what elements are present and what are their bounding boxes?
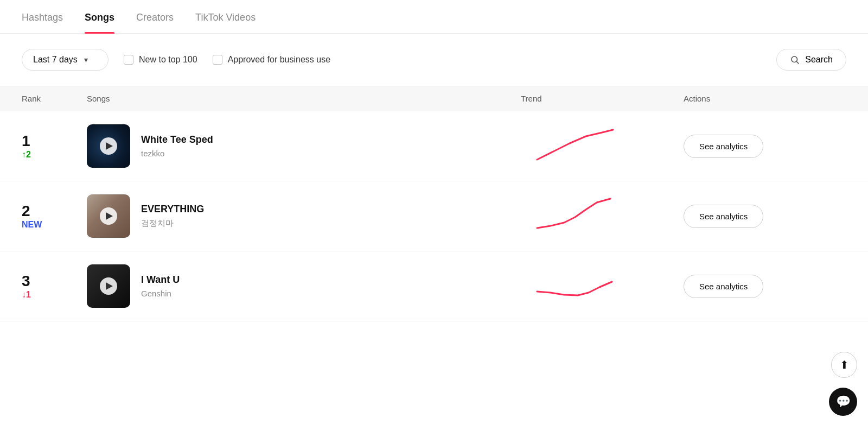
- see-analytics-button[interactable]: See analytics: [684, 275, 763, 298]
- new-to-top100-filter[interactable]: New to top 100: [124, 55, 197, 65]
- song-title: White Tee Sped: [141, 134, 213, 145]
- filters-row: Last 7 days ▾ New to top 100 Approved fo…: [0, 34, 868, 86]
- see-analytics-button[interactable]: See analytics: [684, 135, 763, 158]
- table-row: 1 ↑2 White Tee Sped tezkko See analytics: [0, 111, 868, 181]
- approved-business-checkbox[interactable]: [213, 55, 222, 65]
- approved-business-label: Approved for business use: [228, 55, 330, 65]
- play-icon[interactable]: [100, 277, 117, 295]
- new-to-top100-checkbox[interactable]: [124, 55, 133, 65]
- chevron-down-icon: ▾: [84, 55, 88, 64]
- song-thumbnail[interactable]: [87, 194, 130, 238]
- col-rank: Rank: [22, 94, 87, 103]
- trend-cell: [521, 264, 684, 308]
- song-cell: White Tee Sped tezkko: [87, 124, 521, 168]
- song-title: I Want U: [141, 274, 180, 286]
- chat-icon: 💬: [836, 395, 851, 409]
- tab-songs[interactable]: Songs: [85, 0, 114, 33]
- search-button[interactable]: Search: [776, 49, 846, 71]
- rank-number: 3: [22, 273, 30, 290]
- trend-cell: [521, 194, 684, 238]
- song-cell: EVERYTHING 검정치마: [87, 194, 521, 238]
- table-row: 2 NEW EVERYTHING 검정치마 See analytics: [0, 181, 868, 251]
- chat-button[interactable]: 💬: [829, 388, 857, 416]
- nav-tabs: Hashtags Songs Creators TikTok Videos: [0, 0, 868, 34]
- rank-cell: 1 ↑2: [22, 132, 87, 160]
- tab-tiktok-videos[interactable]: TikTok Videos: [195, 0, 256, 33]
- trend-chart: [532, 124, 618, 168]
- rank-cell: 3 ↓1: [22, 273, 87, 300]
- play-icon[interactable]: [100, 137, 117, 155]
- search-label: Search: [805, 55, 833, 65]
- song-thumbnail[interactable]: [87, 264, 130, 308]
- rank-change: NEW: [22, 220, 42, 230]
- song-info: EVERYTHING 검정치마: [141, 204, 204, 229]
- actions-cell: See analytics: [684, 135, 846, 158]
- rank-change: ↑2: [22, 150, 31, 160]
- table-header: Rank Songs Trend Actions: [0, 86, 868, 111]
- approved-business-filter[interactable]: Approved for business use: [213, 55, 330, 65]
- see-analytics-button[interactable]: See analytics: [684, 205, 763, 228]
- song-title: EVERYTHING: [141, 204, 204, 215]
- tab-hashtags[interactable]: Hashtags: [22, 0, 63, 33]
- actions-cell: See analytics: [684, 205, 846, 228]
- svg-line-1: [797, 61, 799, 64]
- date-range-dropdown[interactable]: Last 7 days ▾: [22, 49, 108, 71]
- col-actions: Actions: [684, 94, 846, 103]
- new-to-top100-label: New to top 100: [139, 55, 197, 65]
- scroll-top-button[interactable]: ⬆: [831, 352, 857, 378]
- song-cell: I Want U Genshin: [87, 264, 521, 308]
- trend-chart: [532, 194, 618, 238]
- table-row: 3 ↓1 I Want U Genshin See analytics: [0, 251, 868, 321]
- play-icon[interactable]: [100, 207, 117, 225]
- rank-number: 2: [22, 202, 30, 220]
- song-artist: Genshin: [141, 289, 180, 298]
- song-artist: tezkko: [141, 149, 213, 158]
- rank-number: 1: [22, 132, 30, 150]
- search-icon: [790, 55, 800, 65]
- trend-chart: [532, 264, 618, 308]
- tab-creators[interactable]: Creators: [136, 0, 174, 33]
- svg-point-0: [792, 56, 797, 62]
- rank-change: ↓1: [22, 290, 31, 300]
- trend-cell: [521, 124, 684, 168]
- rank-cell: 2 NEW: [22, 202, 87, 230]
- song-thumbnail[interactable]: [87, 124, 130, 168]
- actions-cell: See analytics: [684, 275, 846, 298]
- song-artist: 검정치마: [141, 218, 204, 229]
- scroll-top-icon: ⬆: [840, 358, 849, 371]
- date-range-label: Last 7 days: [33, 55, 78, 65]
- song-info: I Want U Genshin: [141, 274, 180, 298]
- song-info: White Tee Sped tezkko: [141, 134, 213, 158]
- col-songs: Songs: [87, 94, 521, 103]
- col-trend: Trend: [521, 94, 684, 103]
